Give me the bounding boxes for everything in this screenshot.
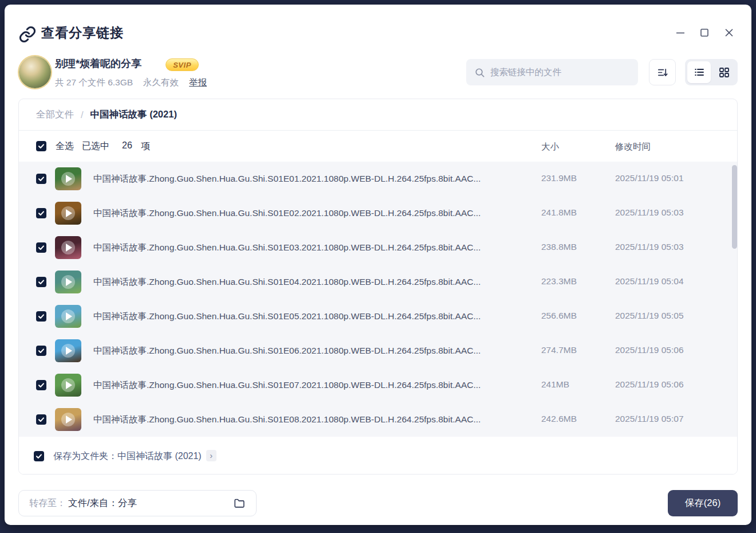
search-input[interactable] — [490, 67, 630, 77]
file-name[interactable]: 中国神话故事.Zhong.Guo.Shen.Hua.Gu.Shi.S01E04.… — [93, 276, 534, 288]
video-thumbnail — [55, 305, 81, 328]
file-modified-time: 2025/11/19 05:03 — [615, 207, 684, 218]
transfer-target-picker[interactable]: 转存至： 文件/来自：分享 — [18, 490, 257, 516]
maximize-button[interactable] — [696, 24, 713, 41]
transfer-path: 文件/来自：分享 — [68, 497, 137, 510]
grid-view-toggle[interactable] — [712, 61, 735, 83]
minimize-button[interactable] — [672, 24, 689, 41]
file-row[interactable]: 中国神话故事.Zhong.Guo.Shen.Hua.Gu.Shi.S01E04.… — [19, 265, 737, 299]
play-icon — [61, 275, 75, 289]
file-modified-time: 2025/11/19 05:01 — [615, 173, 684, 183]
breadcrumb-root[interactable]: 全部文件 — [36, 108, 74, 121]
column-size: 大小 — [541, 141, 559, 153]
save-as-folder-row: 保存为文件夹：中国神话故事 (2021)› — [19, 437, 737, 475]
file-checkbox[interactable] — [36, 277, 46, 287]
file-size: 274.7MB — [541, 345, 577, 355]
file-row[interactable]: 中国神话故事.Zhong.Guo.Shen.Hua.Gu.Shi.S01E03.… — [19, 230, 737, 265]
folder-icon[interactable] — [233, 497, 246, 510]
video-thumbnail — [55, 374, 81, 397]
file-checkbox[interactable] — [36, 380, 46, 390]
file-checkbox[interactable] — [36, 174, 46, 184]
file-size: 241MB — [541, 379, 569, 390]
file-name[interactable]: 中国神话故事.Zhong.Guo.Shen.Hua.Gu.Shi.S01E02.… — [93, 207, 534, 220]
file-row[interactable]: 中国神话故事.Zhong.Guo.Shen.Hua.Gu.Shi.S01E01.… — [19, 162, 737, 196]
file-name[interactable]: 中国神话故事.Zhong.Guo.Shen.Hua.Gu.Shi.S01E03.… — [93, 242, 534, 254]
file-row[interactable]: 中国神话故事.Zhong.Guo.Shen.Hua.Gu.Shi.S01E05.… — [19, 299, 737, 334]
play-icon — [61, 378, 75, 392]
play-icon — [61, 413, 75, 426]
file-row[interactable]: 中国神话故事.Zhong.Guo.Shen.Hua.Gu.Shi.S01E02.… — [19, 196, 737, 230]
file-panel: 全部文件 / 中国神话故事 (2021) 全选 已选中 26 项 大小 修改时间… — [18, 99, 738, 475]
file-name[interactable]: 中国神话故事.Zhong.Guo.Shen.Hua.Gu.Shi.S01E01.… — [93, 173, 534, 185]
file-modified-time: 2025/11/19 05:06 — [615, 379, 684, 390]
file-modified-time: 2025/11/19 05:05 — [615, 311, 684, 321]
file-name[interactable]: 中国神话故事.Zhong.Guo.Shen.Hua.Gu.Shi.S01E07.… — [93, 379, 534, 391]
file-name[interactable]: 中国神话故事.Zhong.Guo.Shen.Hua.Gu.Shi.S01E05.… — [93, 311, 534, 323]
file-name[interactable]: 中国神话故事.Zhong.Guo.Shen.Hua.Gu.Shi.S01E08.… — [93, 414, 534, 426]
file-size: 241.8MB — [541, 207, 577, 218]
view-toggle — [685, 59, 738, 85]
column-modified: 修改时间 — [615, 141, 651, 153]
file-modified-time: 2025/11/19 05:06 — [615, 345, 684, 355]
transfer-prefix: 转存至： — [29, 497, 66, 510]
sort-descending-icon — [656, 66, 668, 79]
list-view-icon — [694, 66, 705, 78]
file-checkbox[interactable] — [36, 414, 46, 425]
file-modified-time: 2025/11/19 05:03 — [615, 242, 684, 252]
play-icon — [61, 344, 75, 358]
scrollbar-thumb[interactable] — [732, 165, 737, 249]
play-icon — [61, 241, 75, 254]
search-box[interactable] — [466, 59, 638, 85]
file-size: 231.9MB — [541, 173, 577, 183]
file-row[interactable]: 中国神话故事.Zhong.Guo.Shen.Hua.Gu.Shi.S01E07.… — [19, 368, 737, 402]
breadcrumb: 全部文件 / 中国神话故事 (2021) — [36, 99, 177, 130]
video-thumbnail — [55, 167, 81, 190]
file-modified-time: 2025/11/19 05:04 — [615, 276, 684, 287]
file-name[interactable]: 中国神话故事.Zhong.Guo.Shen.Hua.Gu.Shi.S01E06.… — [93, 345, 534, 357]
select-all-label[interactable]: 全选 — [56, 140, 74, 152]
report-link[interactable]: 举报 — [189, 77, 207, 89]
file-row[interactable]: 中国神话故事.Zhong.Guo.Shen.Hua.Gu.Shi.S01E08.… — [19, 402, 737, 437]
video-thumbnail — [55, 202, 81, 225]
share-meta: 共 27 个文件 6.3GB 永久有效 举报 — [55, 77, 207, 89]
video-thumbnail — [55, 339, 81, 362]
dialog-title: 查看分享链接 — [41, 24, 124, 42]
sort-button[interactable] — [649, 59, 676, 85]
file-size: 256.6MB — [541, 311, 577, 321]
file-size: 242.6MB — [541, 414, 577, 424]
save-as-folder-checkbox[interactable] — [34, 451, 44, 461]
share-owner-name: 别理*烦着呢的分享 — [55, 57, 141, 70]
grid-view-icon — [718, 66, 730, 78]
select-all-checkbox[interactable] — [36, 141, 46, 151]
breadcrumb-separator: / — [81, 109, 84, 120]
file-checkbox[interactable] — [36, 208, 46, 218]
video-thumbnail — [55, 236, 81, 259]
file-row[interactable]: 中国神话故事.Zhong.Guo.Shen.Hua.Gu.Shi.S01E06.… — [19, 334, 737, 368]
close-button[interactable] — [720, 24, 738, 41]
file-checkbox[interactable] — [36, 311, 46, 322]
list-view-toggle[interactable] — [687, 61, 711, 83]
play-icon — [61, 309, 75, 323]
play-icon — [61, 206, 75, 220]
file-list: 中国神话故事.Zhong.Guo.Shen.Hua.Gu.Shi.S01E01.… — [19, 162, 737, 437]
breadcrumb-current: 中国神话故事 (2021) — [90, 108, 177, 121]
share-link-dialog: 查看分享链接 别理*烦着呢的分享 SVIP 共 27 个文件 6.3GB 永久有… — [5, 5, 751, 525]
file-checkbox[interactable] — [36, 346, 46, 356]
file-modified-time: 2025/11/19 05:07 — [615, 414, 684, 424]
chain-link-icon — [18, 25, 37, 44]
file-size: 238.8MB — [541, 242, 577, 252]
selected-prefix: 已选中 — [82, 140, 109, 152]
selected-suffix: 项 — [141, 140, 150, 152]
file-size: 223.3MB — [541, 276, 577, 287]
avatar — [19, 56, 51, 88]
chevron-right-icon[interactable]: › — [206, 450, 216, 461]
video-thumbnail — [55, 271, 81, 293]
play-icon — [61, 172, 75, 186]
save-button[interactable]: 保存(26) — [668, 490, 738, 516]
selected-count: 26 — [122, 140, 132, 151]
file-checkbox[interactable] — [36, 242, 46, 253]
save-as-folder-label: 保存为文件夹：中国神话故事 (2021)› — [53, 450, 216, 463]
svip-badge: SVIP — [166, 58, 199, 71]
select-header-row: 全选 已选中 26 项 大小 修改时间 — [19, 131, 737, 162]
magnifier-icon — [474, 67, 485, 78]
